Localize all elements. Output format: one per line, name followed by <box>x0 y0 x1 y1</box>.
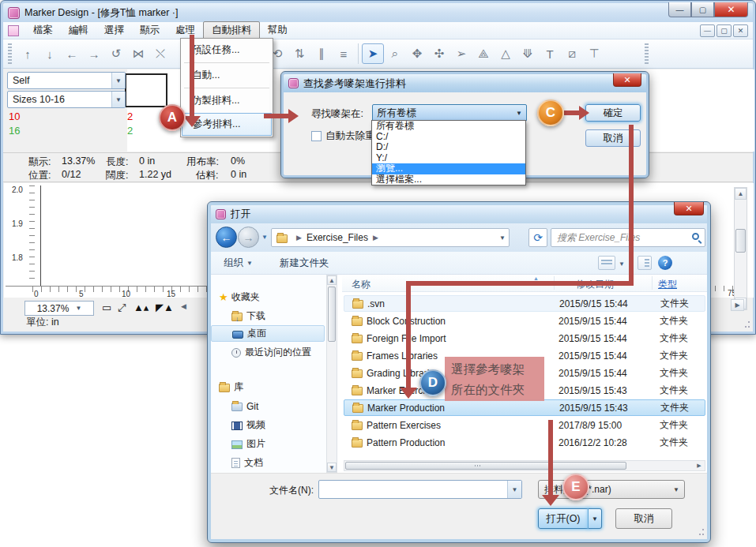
collapse-vertical-icon[interactable]: ⋈ <box>127 43 149 64</box>
mountain-view-icon[interactable]: ▲▴ <box>134 302 149 313</box>
pointer-outline-icon[interactable]: ➢ <box>450 43 472 64</box>
points-tool-icon[interactable]: △ <box>495 43 517 64</box>
hscroll-thumb[interactable] <box>345 462 626 470</box>
ok-button[interactable]: 確定 <box>585 104 641 122</box>
open-button-dropdown[interactable]: ▼ <box>589 508 602 529</box>
search-icon[interactable] <box>692 233 699 240</box>
select-pointer-icon[interactable]: ➤ <box>362 43 384 64</box>
preview-pane-button[interactable] <box>638 256 652 270</box>
scroll-right-icon[interactable]: ▶ <box>731 299 744 311</box>
chevron-down-icon[interactable]: ▼ <box>111 73 125 88</box>
menu-item-auto[interactable]: 自動... <box>181 64 273 87</box>
new-folder-button[interactable]: 新建文件夹 <box>280 257 329 270</box>
chevron-down-icon[interactable]: ▼ <box>516 110 522 117</box>
align-vertical-icon[interactable]: ∥ <box>310 43 333 64</box>
move-down-icon[interactable]: ↓ <box>39 43 61 64</box>
move-left-icon[interactable]: ← <box>61 43 83 64</box>
text-tool-icon[interactable]: T <box>539 43 561 64</box>
checkbox-icon[interactable] <box>311 131 322 141</box>
open-button[interactable]: 打开(O) <box>538 508 589 529</box>
menu-view[interactable]: 顯示 <box>132 22 167 39</box>
align-lines-icon[interactable]: ≡ <box>333 43 355 64</box>
menu-item-preset-task[interactable]: 預設任務... <box>181 39 273 62</box>
file-row[interactable]: .svn 2015/9/15 15:44 文件夹 <box>344 295 705 312</box>
spread-pieces-icon[interactable]: ✥ <box>406 43 428 64</box>
search-location-combo[interactable]: 所有卷標 ▼ <box>372 104 527 122</box>
minimize-button[interactable]: — <box>668 2 691 17</box>
move-up-icon[interactable]: ↑ <box>17 43 39 64</box>
filetype-combo[interactable]: 排料文件 (*.nar) ▼ <box>538 480 685 499</box>
chevron-down-icon[interactable]: ▼ <box>507 481 521 498</box>
menu-select[interactable]: 選擇 <box>96 22 132 39</box>
menu-edit[interactable]: 編輯 <box>61 22 96 39</box>
scroll-down-icon[interactable]: ▼ <box>327 463 337 472</box>
sidebar-scroll-thumb[interactable] <box>328 287 336 342</box>
expand-view-icon[interactable]: ⤢ <box>118 302 126 314</box>
sidebar-item-desktop[interactable]: 桌面 <box>211 325 325 342</box>
dropdown-item-c-drive[interactable]: C:/ <box>372 132 525 143</box>
file-row[interactable]: Pattern Production 2016/12/2 10:28 文件夹 <box>344 434 705 451</box>
sidebar-scrollbar[interactable]: ▲ ▼ <box>326 275 337 473</box>
menu-item-copy-marker[interactable]: 仿製排料... <box>181 89 273 112</box>
organize-button[interactable]: 组织 ▼ <box>224 257 253 270</box>
dropdown-item-d-drive[interactable]: D:/ <box>372 142 525 153</box>
sidebar-item-libraries[interactable]: 库 <box>211 379 325 395</box>
sidebar-item-documents[interactable]: 文档 <box>211 455 325 471</box>
refresh-button[interactable]: ⟳ <box>528 228 547 247</box>
constraint-tool-icon[interactable]: ⊤ <box>583 43 605 64</box>
flip-tool-icon[interactable]: ⟁ <box>472 43 495 64</box>
restore-button[interactable]: ▢ <box>691 2 714 17</box>
file-row[interactable]: Pattern Exercises 2017/8/9 15:00 文件夹 <box>344 417 705 433</box>
open-dialog-close-button[interactable]: ✕ <box>674 202 704 215</box>
chevron-down-icon[interactable]: ▼ <box>111 92 125 107</box>
file-list-hscrollbar[interactable]: ▶ <box>344 460 705 471</box>
search-dialog-close-button[interactable]: ✕ <box>613 73 641 87</box>
pattern-piece-outline[interactable] <box>125 73 167 107</box>
measure-tool-icon[interactable]: ⧄ <box>561 43 583 64</box>
file-row[interactable]: Foreign File Import 2015/9/15 15:44 文件夹 <box>344 330 705 347</box>
dropdown-item-choose-file[interactable]: 選擇檔案... <box>372 174 525 185</box>
sidebar-item-downloads[interactable]: ↓ 下载 <box>211 308 325 324</box>
close-button[interactable]: ✕ <box>714 2 748 17</box>
collapse-horizontal-icon[interactable]: ⤬ <box>149 43 171 64</box>
align-updown-icon[interactable]: ⇅ <box>288 43 310 64</box>
search-dialog-titlebar[interactable]: 查找參考嘜架進行排料 ✕ <box>284 74 646 92</box>
change-view-button[interactable] <box>598 256 615 270</box>
titlebar[interactable]: Marker Design - [修身T恤 marker ·] — ▢ ✕ <box>3 3 753 22</box>
rotate-icon[interactable]: ↺ <box>105 43 127 64</box>
toolbar-grip[interactable] <box>8 43 12 64</box>
help-button[interactable]: ? <box>658 256 672 270</box>
filename-input[interactable]: ▼ <box>318 480 522 499</box>
move-right-icon[interactable]: → <box>83 43 105 64</box>
sidebar-item-recent-places[interactable]: 最近访问的位置 <box>211 344 325 361</box>
chevron-down-icon[interactable]: ▼ <box>75 305 81 312</box>
dialog-resize-grip[interactable] <box>696 528 705 537</box>
menu-help[interactable]: 幫助 <box>260 22 295 39</box>
search-input[interactable]: 搜索 Exercise_Files <box>551 228 705 247</box>
file-row[interactable]: Block Construction 2015/9/15 15:44 文件夹 <box>344 313 705 329</box>
fit-marker-icon[interactable]: ▭ <box>102 302 111 313</box>
compress-pieces-icon[interactable]: ✣ <box>428 43 450 64</box>
scroll-up-icon[interactable]: ▲ <box>735 188 747 200</box>
vscroll-thumb[interactable] <box>735 229 746 253</box>
sidebar-item-favorites[interactable]: ★ 收藏夹 <box>211 289 325 305</box>
sizes-combo[interactable]: Sizes 10-16 ▼ <box>7 91 126 108</box>
menu-file[interactable]: 檔案 <box>25 22 61 39</box>
history-chevron-icon[interactable]: ▼ <box>261 234 268 241</box>
cancel-button[interactable]: 取消 <box>615 508 672 529</box>
file-row-selected[interactable]: Marker Production 2015/9/15 15:43 文件夹 <box>344 399 705 416</box>
canvas-vscrollbar[interactable]: ▲ ▼ <box>734 187 747 310</box>
mdi-close-button[interactable]: ✕ <box>733 24 748 37</box>
scroll-up-icon[interactable]: ▲ <box>327 275 337 285</box>
fabric-combo[interactable]: Self ▼ <box>7 72 126 89</box>
breadcrumb-dropdown-icon[interactable]: ▼ <box>499 234 506 242</box>
breadcrumb[interactable]: ▶ Exercise_Files ▶ ▼ <box>271 228 510 247</box>
column-header-name[interactable]: 名称 <box>352 278 370 291</box>
chevron-down-icon[interactable]: ▼ <box>673 486 679 493</box>
sidebar-item-git[interactable]: Git <box>211 398 325 414</box>
scroll-left-icon[interactable]: ◀ <box>181 302 186 310</box>
mdi-minimize-button[interactable]: — <box>700 24 715 37</box>
zoom-tool-icon[interactable]: ⌕ <box>384 43 406 64</box>
forward-button[interactable]: → <box>238 227 259 248</box>
column-header-type[interactable]: 类型 <box>658 278 677 291</box>
